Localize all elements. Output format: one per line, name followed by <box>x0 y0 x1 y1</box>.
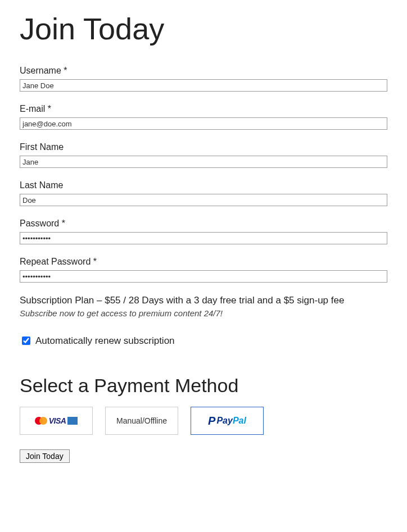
username-field: Username * <box>20 66 387 92</box>
join-today-button[interactable]: Join Today <box>20 449 70 463</box>
first-name-label: First Name <box>20 142 387 152</box>
repeat-password-input[interactable] <box>20 270 387 283</box>
autorenew-row: Automatically renew subscription <box>20 335 387 347</box>
username-label: Username * <box>20 66 387 76</box>
repeat-password-field: Repeat Password * <box>20 257 387 283</box>
autorenew-checkbox[interactable] <box>22 337 30 345</box>
email-input[interactable] <box>20 117 387 130</box>
payment-method-paypal[interactable]: PPayPal <box>191 407 264 435</box>
email-label: E-mail * <box>20 104 387 114</box>
password-input[interactable] <box>20 232 387 244</box>
password-field: Password * <box>20 219 387 244</box>
amex-icon <box>67 417 78 425</box>
payment-methods: VISA Manual/Offline PPayPal <box>20 407 387 435</box>
autorenew-label: Automatically renew subscription <box>35 335 175 347</box>
mastercard-icon <box>35 417 47 425</box>
last-name-field: Last Name <box>20 180 387 206</box>
username-input[interactable] <box>20 79 387 92</box>
page-title: Join Today <box>20 11 387 46</box>
repeat-password-label: Repeat Password * <box>20 257 387 267</box>
manual-offline-label: Manual/Offline <box>116 416 167 425</box>
visa-icon: VISA <box>49 416 66 425</box>
first-name-field: First Name <box>20 142 387 168</box>
subscription-plan-text: Subscription Plan – $55 / 28 Days with a… <box>20 295 387 306</box>
payment-method-manual[interactable]: Manual/Offline <box>105 407 178 435</box>
password-label: Password * <box>20 219 387 229</box>
subscription-plan-note: Subscribe now to get access to premium c… <box>20 308 387 318</box>
email-field: E-mail * <box>20 104 387 130</box>
payment-section-title: Select a Payment Method <box>20 375 387 397</box>
last-name-label: Last Name <box>20 180 387 190</box>
paypal-icon: PPayPal <box>208 415 246 428</box>
payment-method-cards[interactable]: VISA <box>20 407 93 435</box>
last-name-input[interactable] <box>20 194 387 206</box>
first-name-input[interactable] <box>20 156 387 168</box>
